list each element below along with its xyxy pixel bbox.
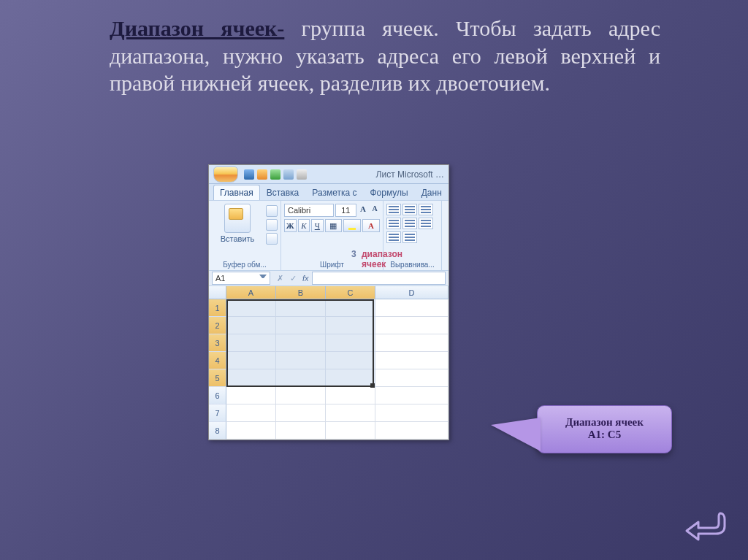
callout-line2: А1: С5 — [545, 429, 664, 441]
align-top-icon[interactable] — [386, 204, 401, 215]
qat-print-icon[interactable] — [283, 169, 294, 180]
cell[interactable] — [375, 387, 449, 404]
tab-page-layout[interactable]: Разметка с — [305, 185, 363, 200]
tab-insert[interactable]: Вставка — [260, 185, 306, 200]
grow-font-icon[interactable]: A — [358, 204, 368, 216]
qat-undo-icon[interactable] — [257, 169, 267, 180]
document-title: Лист Microsoft … — [376, 169, 444, 180]
cut-icon[interactable] — [266, 205, 278, 217]
select-all-corner[interactable] — [209, 286, 226, 299]
increase-indent-icon[interactable] — [402, 231, 417, 243]
cell[interactable] — [276, 404, 326, 422]
cell[interactable] — [226, 352, 276, 369]
cell[interactable] — [375, 369, 449, 387]
cell[interactable] — [326, 352, 375, 369]
row-header-7[interactable]: 7 — [209, 404, 226, 422]
border-button[interactable]: ▦ — [325, 219, 343, 232]
align-left-icon[interactable] — [386, 218, 401, 229]
shrink-font-icon[interactable]: A — [370, 204, 380, 216]
align-middle-icon[interactable] — [402, 204, 417, 215]
cell[interactable] — [226, 404, 276, 422]
office-button-icon[interactable] — [213, 166, 238, 183]
fx-label[interactable]: fx — [302, 274, 309, 283]
qat-save-icon[interactable] — [244, 169, 254, 180]
ribbon: Вставить Буфер обм... Calibri 11 A A — [209, 200, 449, 270]
cell[interactable] — [276, 369, 326, 387]
row-header-6[interactable]: 6 — [209, 387, 226, 404]
cell[interactable] — [375, 317, 449, 334]
cell[interactable] — [226, 299, 276, 317]
grid-body: 1 2 3 4 5 6 7 8 — [209, 299, 449, 440]
bold-button[interactable]: Ж — [284, 219, 297, 232]
cell[interactable] — [276, 334, 326, 352]
overlay-number: 3 — [351, 249, 356, 259]
format-painter-icon[interactable] — [266, 233, 278, 245]
row-header-8[interactable]: 8 — [209, 422, 226, 440]
qat-redo-icon[interactable] — [270, 169, 280, 180]
cell[interactable] — [276, 352, 326, 369]
return-arrow-button[interactable] — [684, 509, 728, 541]
row-header-3[interactable]: 3 — [209, 334, 226, 352]
align-center-icon[interactable] — [402, 218, 417, 229]
cancel-icon[interactable]: ✗ — [273, 274, 286, 283]
font-name-combo[interactable]: Calibri — [284, 204, 334, 217]
paste-button[interactable]: Вставить — [212, 204, 263, 245]
col-header-b[interactable]: B — [276, 286, 326, 299]
italic-button[interactable]: К — [298, 219, 310, 232]
worksheet-grid[interactable]: A B C D 1 2 3 4 5 6 7 8 — [209, 286, 449, 440]
font-size-combo[interactable]: 11 — [335, 204, 356, 217]
ribbon-tabs: Главная Вставка Разметка с Формулы Данн — [209, 184, 449, 200]
row-header-4[interactable]: 4 — [209, 352, 226, 369]
enter-icon[interactable]: ✓ — [286, 274, 299, 283]
tab-data[interactable]: Данн — [415, 185, 449, 200]
cell[interactable] — [375, 299, 449, 317]
tab-formulas[interactable]: Формулы — [364, 185, 415, 200]
cell[interactable] — [276, 422, 326, 440]
font-color-button[interactable]: A — [362, 219, 380, 232]
cell[interactable] — [326, 299, 375, 317]
underline-button[interactable]: Ч — [311, 219, 324, 232]
qat-more-icon[interactable] — [297, 169, 307, 180]
cell[interactable] — [276, 299, 326, 317]
excel-window: Лист Microsoft … Главная Вставка Разметк… — [208, 164, 449, 440]
cell[interactable] — [326, 422, 375, 440]
term: Диапазон ячеек- — [110, 16, 284, 40]
cell[interactable] — [326, 317, 375, 334]
col-header-c[interactable]: C — [326, 286, 375, 299]
cell[interactable] — [375, 352, 449, 369]
cell[interactable] — [226, 317, 276, 334]
paste-icon — [224, 204, 251, 233]
row-header-2[interactable]: 2 — [209, 317, 226, 334]
cell[interactable] — [326, 387, 375, 404]
align-right-icon[interactable] — [419, 218, 433, 229]
cell[interactable] — [226, 387, 276, 404]
cell[interactable] — [375, 422, 449, 440]
name-box-value: A1 — [215, 274, 225, 283]
cell[interactable] — [276, 317, 326, 334]
cell[interactable] — [276, 387, 326, 404]
cell[interactable] — [375, 334, 449, 352]
callout-line1: Диапазон ячеек — [545, 416, 664, 429]
range-callout: Диапазон ячеек А1: С5 — [537, 405, 672, 453]
ribbon-group-font: Calibri 11 A A Ж К Ч ▦ A Шрифт 3 диапазо… — [281, 201, 383, 270]
copy-icon[interactable] — [266, 219, 278, 231]
cell[interactable] — [326, 369, 375, 387]
row-header-1[interactable]: 1 — [209, 299, 226, 317]
definition-paragraph: Диапазон ячеек- группа ячеек. Чтобы зада… — [110, 15, 660, 97]
formula-bar: A1 ✗ ✓ fx — [209, 270, 449, 286]
cell[interactable] — [226, 334, 276, 352]
align-bottom-icon[interactable] — [419, 204, 433, 215]
tab-home[interactable]: Главная — [213, 185, 260, 200]
row-header-5[interactable]: 5 — [209, 369, 226, 387]
cell[interactable] — [375, 404, 449, 422]
col-header-d[interactable]: D — [375, 286, 449, 299]
cell[interactable] — [326, 404, 375, 422]
cell[interactable] — [226, 422, 276, 440]
cell[interactable] — [226, 369, 276, 387]
formula-input[interactable] — [312, 272, 446, 285]
decrease-indent-icon[interactable] — [386, 231, 401, 243]
fill-color-button[interactable] — [343, 219, 361, 232]
cell[interactable] — [326, 334, 375, 352]
col-header-a[interactable]: A — [226, 286, 276, 299]
name-box[interactable]: A1 — [212, 272, 270, 285]
